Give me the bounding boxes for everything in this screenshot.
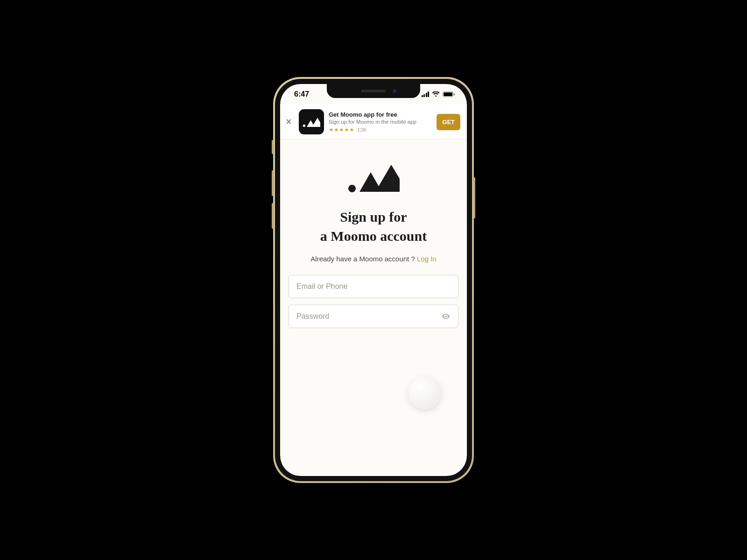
eye-icon <box>441 312 451 321</box>
svg-rect-2 <box>454 93 455 96</box>
already-have-account: Already have a Moomo account ? Log In <box>289 255 458 263</box>
banner-title: Get Moomo app for free <box>329 111 432 118</box>
svg-point-3 <box>303 125 305 127</box>
app-icon <box>299 109 324 134</box>
volume-up-button <box>272 170 274 196</box>
wifi-icon <box>432 91 440 97</box>
already-prefix: Already have a Moomo account ? <box>310 255 417 263</box>
battery-icon <box>443 91 455 97</box>
status-time: 6:47 <box>294 90 309 98</box>
moomo-logo-icon <box>303 116 320 128</box>
app-smart-banner: ✕ Get Moomo app for free Sign up for Moo… <box>280 105 467 140</box>
volume-down-button <box>272 203 274 229</box>
mute-switch <box>272 140 274 154</box>
password-field-wrapper <box>289 305 458 328</box>
email-or-phone-input[interactable] <box>296 282 451 291</box>
assistive-touch-button[interactable] <box>408 376 442 410</box>
banner-close-button[interactable]: ✕ <box>283 118 294 126</box>
email-field-wrapper <box>289 275 458 298</box>
svg-point-6 <box>348 185 356 192</box>
rating-stars-icon: ★★★★★ <box>329 126 354 133</box>
banner-rating: ★★★★★ 12K <box>329 126 432 133</box>
front-camera <box>392 89 397 93</box>
main-content: Sign up for a Moomo account Already have… <box>280 140 467 328</box>
headline-line-1: Sign up for <box>340 209 407 224</box>
login-link[interactable]: Log In <box>417 255 437 263</box>
page-headline: Sign up for a Moomo account <box>289 208 458 245</box>
phone-frame: 6:47 ✕ <box>273 77 474 483</box>
screen: 6:47 ✕ <box>280 84 467 476</box>
cellular-signal-icon <box>422 91 430 97</box>
rating-count: 12K <box>357 127 366 133</box>
power-button <box>473 177 475 218</box>
svg-point-9 <box>445 315 447 317</box>
banner-get-button[interactable]: GET <box>437 114 460 130</box>
notch <box>327 84 420 98</box>
svg-rect-1 <box>444 92 452 96</box>
speaker-grill <box>361 90 386 92</box>
banner-subtitle: Sign up for Moomo in the mobile app <box>329 119 432 125</box>
password-input[interactable] <box>296 312 441 321</box>
toggle-password-visibility-button[interactable] <box>441 312 451 321</box>
headline-line-2: a Moomo account <box>320 228 427 244</box>
svg-marker-5 <box>312 118 320 127</box>
moomo-logo-icon <box>347 164 400 195</box>
svg-marker-8 <box>375 165 400 192</box>
